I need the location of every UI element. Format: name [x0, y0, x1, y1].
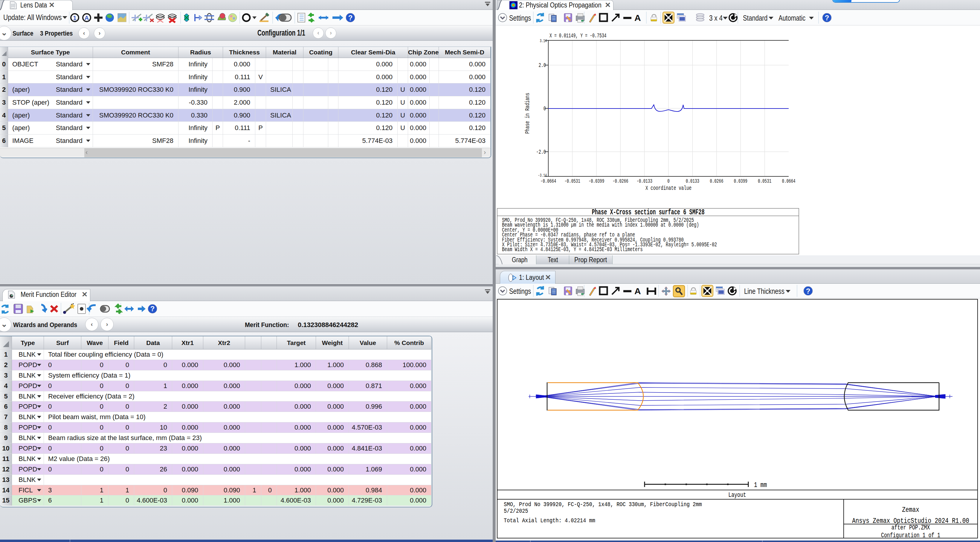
svg-text:SMO, Prod No 399920, FC-Q-250,: SMO, Prod No 399920, FC-Q-250, 1x48, ROC…	[504, 501, 702, 508]
svg-text:Phase in Radians: Phase in Radians	[524, 93, 531, 134]
svg-text:0.0266: 0.0266	[710, 178, 723, 184]
svg-text:-3.14: -3.14	[538, 173, 547, 178]
svg-text:Settings: Settings	[509, 287, 531, 296]
svg-text:0.0133: 0.0133	[686, 178, 699, 184]
svg-text:X = 0.01149, Y = -0.7534: X = 0.01149, Y = -0.7534	[549, 32, 606, 39]
svg-text:0.0399: 0.0399	[734, 178, 748, 184]
svg-text:Automatic: Automatic	[778, 13, 805, 22]
svg-text:0: 0	[667, 178, 670, 184]
svg-text:-0.0133: -0.0133	[636, 178, 652, 184]
svg-text:Configuration 1 of 1: Configuration 1 of 1	[881, 532, 940, 539]
svg-text:Beam Width X = 4.84125E-03, Y: Beam Width X = 4.84125E-03, Y = 4.84125E…	[502, 246, 643, 253]
svg-text:A: A	[635, 286, 641, 296]
svg-text:?: ?	[825, 14, 829, 22]
svg-text:-0.0399: -0.0399	[589, 178, 604, 184]
svg-text:5/2/2025: 5/2/2025	[504, 508, 528, 515]
svg-text:Layout: Layout	[728, 491, 746, 499]
svg-text:Total Axial Length: 4.02214: Total Axial Length: 4.02214 mm	[504, 518, 595, 525]
svg-text:A: A	[635, 13, 641, 23]
svg-text:Phase X-Cross section surface: Phase X-Cross section surface 6 SMF28	[592, 208, 704, 216]
svg-text:1 mm: 1 mm	[754, 481, 767, 489]
svg-text:0.0531: 0.0531	[758, 178, 771, 184]
svg-text:?: ?	[806, 287, 810, 295]
svg-text:X coordinate value: X coordinate value	[646, 184, 692, 191]
svg-text:?: ?	[348, 14, 353, 22]
svg-text:-0.0531: -0.0531	[565, 178, 580, 184]
svg-text:Line Thickness: Line Thickness	[744, 287, 784, 296]
svg-text:?: ?	[150, 305, 155, 313]
svg-text:Zemax: Zemax	[902, 506, 919, 514]
svg-text:3 x 4: 3 x 4	[709, 13, 722, 22]
svg-text:Settings: Settings	[509, 13, 531, 22]
svg-text:0.0664: 0.0664	[782, 178, 795, 184]
svg-text:A: A	[84, 15, 89, 21]
svg-text:-2.0: -2.0	[536, 149, 546, 156]
svg-text:after POP.ZMX: after POP.ZMX	[891, 524, 930, 531]
svg-text:Standard: Standard	[743, 13, 767, 22]
svg-text:-0.0266: -0.0266	[612, 178, 628, 184]
svg-text:0: 0	[544, 105, 546, 112]
svg-text:3.14: 3.14	[539, 38, 547, 43]
svg-text:-0.0664: -0.0664	[541, 178, 556, 184]
svg-text:2.0: 2.0	[539, 62, 546, 69]
svg-text:1: 1	[73, 15, 76, 21]
